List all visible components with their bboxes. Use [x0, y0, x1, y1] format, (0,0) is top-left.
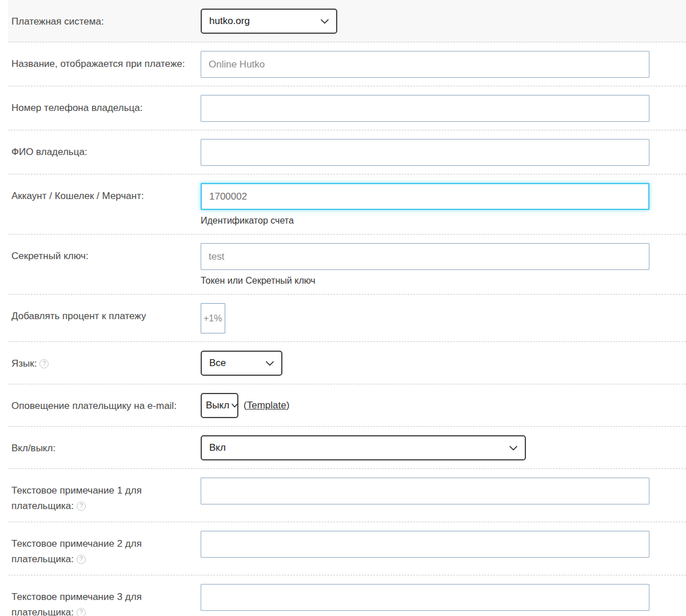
display-name-input[interactable]: [201, 51, 649, 78]
help-icon[interactable]: ?: [77, 502, 86, 511]
row-percent-markup: Добавлять процент к платежу: [8, 295, 686, 342]
enabled-label: Вкл/выкл:: [11, 435, 201, 456]
help-icon[interactable]: ?: [39, 359, 49, 368]
enabled-select[interactable]: Вкл: [201, 435, 526, 460]
payer-note-2-label: Текстовое примечание 2 для плательщика:?: [11, 531, 201, 567]
template-link-wrap: (Template): [244, 400, 289, 411]
secret-key-label: Секретный ключ:: [11, 243, 201, 264]
help-icon[interactable]: ?: [77, 555, 86, 564]
row-display-name: Название, отображается при платеже:: [8, 42, 686, 86]
row-secret-key: Секретный ключ: Токен или Секретный ключ: [8, 235, 686, 295]
enabled-select-value: Вкл: [209, 442, 226, 454]
email-notification-select-value: Выкл: [206, 400, 229, 411]
owner-phone-label: Номер телефона владельца:: [11, 95, 201, 116]
row-account-merchant: Аккаунт / Кошелек / Мерчант: Идентификат…: [8, 174, 686, 235]
owner-phone-input[interactable]: [201, 95, 649, 122]
percent-markup-label: Добавлять процент к платежу: [11, 303, 201, 324]
row-payment-system: Платежная система: hutko.org: [8, 0, 686, 42]
email-notification-label: Оповещение плательщику на e-mail:: [11, 393, 201, 414]
row-enabled: Вкл/выкл: Вкл: [8, 427, 686, 469]
display-name-label: Название, отображается при платеже:: [11, 51, 201, 71]
account-merchant-input[interactable]: [201, 183, 649, 210]
secret-key-input[interactable]: [201, 243, 649, 270]
row-payer-note-1: Текстовое примечание 1 для плательщика:?: [8, 469, 686, 522]
chevron-down-icon: [232, 403, 238, 408]
payer-note-1-label: Текстовое примечание 1 для плательщика:?: [11, 478, 201, 514]
account-merchant-helper: Идентификатор счета: [201, 216, 686, 226]
email-notification-select[interactable]: Выкл: [201, 393, 238, 418]
template-link[interactable]: Template: [247, 400, 286, 411]
row-language: Язык:? Все: [8, 342, 686, 384]
secret-key-helper: Токен или Секретный ключ: [201, 276, 686, 286]
owner-fullname-label: ФИО владельца:: [11, 139, 201, 160]
help-icon[interactable]: ?: [77, 608, 86, 616]
row-payer-note-3: Текстовое примечание 3 для плательщика:?: [8, 575, 686, 616]
percent-markup-input[interactable]: [201, 303, 225, 333]
payment-settings-form: Платежная система: hutko.org Название, о…: [8, 0, 686, 616]
payer-note-3-label: Текстовое примечание 3 для плательщика:?: [11, 584, 201, 616]
payer-note-1-input[interactable]: [201, 478, 649, 504]
payer-note-3-input[interactable]: [201, 584, 649, 611]
language-select-value: Все: [209, 357, 226, 369]
row-email-notification: Оповещение плательщику на e-mail: Выкл (…: [8, 384, 686, 427]
owner-fullname-input[interactable]: [201, 139, 649, 166]
payment-system-select-value: hutko.org: [209, 15, 250, 27]
chevron-down-icon: [321, 19, 329, 24]
language-label: Язык:?: [11, 351, 201, 371]
account-merchant-label: Аккаунт / Кошелек / Мерчант:: [11, 183, 201, 204]
row-payer-note-2: Текстовое примечание 2 для плательщика:?: [8, 522, 686, 575]
payment-system-label: Платежная система:: [11, 9, 201, 29]
row-owner-phone: Номер телефона владельца:: [8, 86, 686, 130]
payment-system-select[interactable]: hutko.org: [201, 9, 337, 34]
row-owner-fullname: ФИО владельца:: [8, 130, 686, 174]
chevron-down-icon: [509, 446, 517, 451]
chevron-down-icon: [266, 361, 274, 366]
language-select[interactable]: Все: [201, 351, 282, 376]
payer-note-2-input[interactable]: [201, 531, 649, 558]
